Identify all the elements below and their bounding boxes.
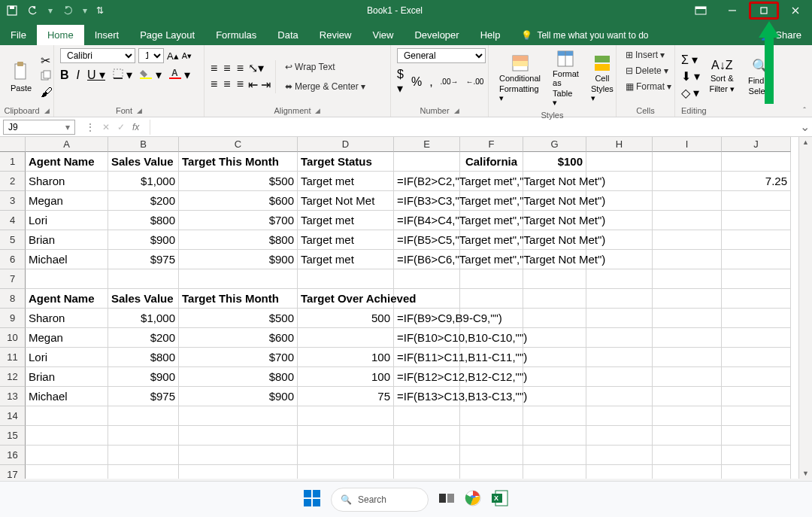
cell[interactable]: $900 [108,367,179,387]
tab-insert[interactable]: Insert [84,25,130,45]
cell[interactable] [460,269,523,289]
enter-formula-icon[interactable]: ✓ [117,122,125,132]
cell[interactable] [653,367,722,387]
cell[interactable]: Target met [298,250,394,269]
row-header[interactable]: 1 [0,152,26,172]
fill-icon[interactable]: ⬇ ▾ [681,69,700,84]
cell[interactable]: $900 [179,250,298,269]
column-header[interactable]: E [394,137,460,152]
scroll-up-icon[interactable]: ▲ [802,137,809,147]
formula-input[interactable] [150,120,797,135]
cell[interactable]: $1,000 [108,172,179,191]
cell[interactable] [298,269,394,289]
row-header[interactable]: 5 [0,230,26,250]
cell[interactable] [653,465,722,479]
row-header[interactable]: 15 [0,426,26,446]
row-header[interactable]: 17 [0,465,26,479]
row-header[interactable]: 11 [0,348,26,367]
conditional-formatting-button[interactable]: ConditionalFormatting ▾ [495,53,545,105]
cell[interactable] [179,406,298,426]
cell[interactable] [108,406,179,426]
cell[interactable]: =IF(B5>C5,"Target met","Target Not Met") [394,230,460,250]
cell[interactable] [523,426,586,446]
cell[interactable] [26,465,108,479]
cell[interactable] [523,387,586,406]
cell[interactable] [586,406,653,426]
cell[interactable] [722,269,791,289]
close-icon[interactable] [780,2,810,20]
cell[interactable] [653,387,722,406]
cell[interactable]: Target Over Achieved [298,289,394,309]
taskbar-search[interactable]: 🔍 Search [331,488,429,512]
cell[interactable] [460,426,523,446]
accounting-currency-icon[interactable]: $ ▾ [397,68,404,96]
cell[interactable] [653,309,722,328]
align-center-icon[interactable]: ≡ [223,78,230,91]
cell[interactable] [108,426,179,446]
cell[interactable] [653,269,722,289]
merge-center-button[interactable]: ⬌Merge & Center ▾ [282,80,368,93]
tab-formulas[interactable]: Formulas [205,25,267,45]
tab-view[interactable]: View [362,25,404,45]
cell[interactable] [586,465,653,479]
column-header[interactable]: C [179,137,298,152]
row-header[interactable]: 2 [0,172,26,191]
dialog-launcher-icon[interactable]: ◢ [44,107,50,114]
cancel-formula-icon[interactable]: ✕ [102,122,110,132]
cell[interactable]: Agent Name [26,289,108,309]
cell[interactable]: $200 [108,328,179,348]
cell[interactable] [722,250,791,269]
cell[interactable] [653,348,722,367]
tab-data[interactable]: Data [267,25,308,45]
font-color-icon[interactable]: A ▾ [169,68,190,82]
tab-page-layout[interactable]: Page Layout [129,25,205,45]
cell[interactable] [523,348,586,367]
cell[interactable]: Brian [26,230,108,250]
cell[interactable]: $100 [523,152,586,172]
cell[interactable] [586,328,653,348]
cell[interactable] [394,269,460,289]
cell[interactable]: 100 [298,348,394,367]
cell[interactable] [653,250,722,269]
fx-icon[interactable]: fx [132,122,139,132]
cell[interactable]: $975 [108,250,179,269]
cell[interactable]: =IF(B9>C9,B9-C9,"") [394,309,460,328]
format-painter-icon[interactable]: 🖌 [41,86,53,99]
cell[interactable] [722,328,791,348]
cell[interactable] [26,426,108,446]
cell[interactable] [722,446,791,465]
row-header[interactable]: 6 [0,250,26,269]
cell[interactable] [394,406,460,426]
cell[interactable] [523,309,586,328]
row-header[interactable]: 9 [0,309,26,328]
row-header[interactable]: 8 [0,289,26,309]
cell[interactable] [586,152,653,172]
cell[interactable]: $600 [179,328,298,348]
chrome-icon[interactable] [465,490,481,509]
minimize-icon[interactable] [717,2,747,20]
column-header[interactable]: G [523,137,586,152]
column-header[interactable]: J [722,137,791,152]
cell[interactable]: Target This Month [179,289,298,309]
cell[interactable] [108,465,179,479]
ribbon-display-icon[interactable] [686,2,716,20]
align-right-icon[interactable]: ≡ [237,78,244,91]
cell[interactable]: $500 [179,172,298,191]
cell[interactable]: $200 [108,191,179,211]
vertical-scrollbar[interactable]: ▲ ▼ [798,137,812,479]
decrease-font-icon[interactable]: A▾ [182,51,192,61]
wrap-text-button[interactable]: ↩Wrap Text [282,60,368,74]
cell[interactable] [523,269,586,289]
row-header[interactable]: 14 [0,406,26,426]
cell[interactable] [460,406,523,426]
cell[interactable] [722,367,791,387]
cell[interactable]: $800 [108,211,179,230]
cell[interactable] [586,446,653,465]
cell[interactable] [722,191,791,211]
cell[interactable] [586,348,653,367]
row-header[interactable]: 3 [0,191,26,211]
cell[interactable]: 75 [298,387,394,406]
align-middle-icon[interactable]: ≡ [223,62,230,75]
cell[interactable]: =IF(B6>C6,"Target met","Target Not Met") [394,250,460,269]
cell[interactable]: $800 [179,367,298,387]
